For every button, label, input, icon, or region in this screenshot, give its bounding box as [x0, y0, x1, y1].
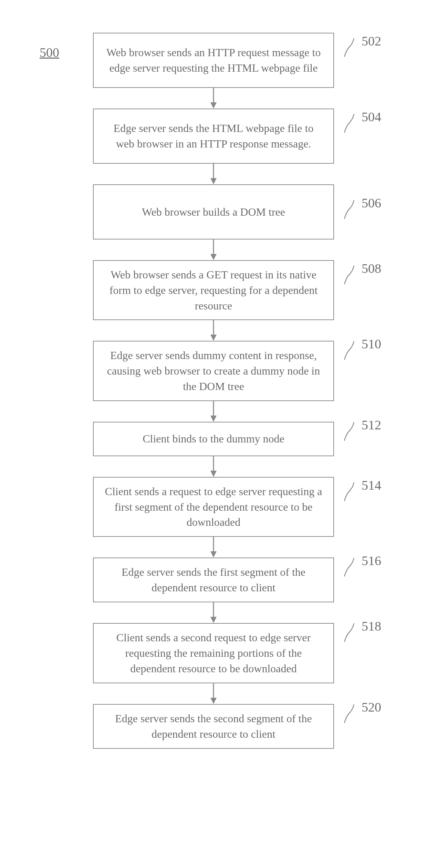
flowchart-step-text: Edge server sends dummy content in respo…	[104, 348, 323, 394]
flowchart-arrow	[93, 602, 334, 623]
step-reference-number: 504	[362, 109, 381, 124]
step-reference-number: 502	[362, 33, 381, 49]
flowchart-step-box: Web browser sends an HTTP request messag…	[93, 33, 334, 88]
flowchart-arrow	[93, 456, 334, 477]
flowchart-step: Edge server sends the first segment of t…	[93, 558, 334, 602]
svg-marker-11	[210, 471, 217, 477]
flowchart-arrow	[93, 683, 334, 704]
flowchart-step-box: Edge server sends the HTML webpage file …	[93, 109, 334, 164]
flowchart-step: Edge server sends the HTML webpage file …	[93, 109, 334, 164]
flowchart-step-text: Edge server sends the second segment of …	[104, 711, 323, 742]
flowchart-step-text: Web browser builds a DOM tree	[142, 204, 285, 220]
flowchart-step-box: Web browser sends a GET request in its n…	[93, 260, 334, 320]
flowchart-arrow	[93, 239, 334, 260]
flowchart-step: Edge server sends the second segment of …	[93, 704, 334, 749]
step-reference-number: 520	[362, 699, 381, 715]
svg-marker-9	[210, 416, 217, 422]
svg-marker-5	[210, 254, 217, 260]
flowchart-step-text: Client sends a request to edge server re…	[104, 484, 323, 530]
flowchart-step-box: Web browser builds a DOM tree	[93, 184, 334, 239]
step-reference-number: 514	[362, 478, 381, 493]
flowchart-step: Client sends a request to edge server re…	[93, 477, 334, 537]
flowchart-step-text: Web browser sends an HTTP request messag…	[104, 45, 323, 76]
figure-number-label: 500	[40, 45, 59, 60]
flowchart-container: Web browser sends an HTTP request messag…	[93, 33, 334, 749]
flowchart-step-text: Edge server sends the first segment of t…	[104, 564, 323, 595]
flowchart-arrow	[93, 164, 334, 184]
flowchart-step-text: Web browser sends a GET request in its n…	[104, 267, 323, 313]
flowchart-arrow	[93, 537, 334, 558]
flowchart-step: Client binds to the dummy node 512	[93, 422, 334, 456]
svg-marker-13	[210, 551, 217, 558]
svg-marker-15	[210, 617, 217, 623]
step-reference-number: 506	[362, 195, 381, 211]
step-reference-number: 512	[362, 417, 381, 432]
flowchart-step: Client sends a second request to edge se…	[93, 623, 334, 683]
flowchart-step-box: Client sends a request to edge server re…	[93, 477, 334, 537]
flowchart-step-text: Edge server sends the HTML webpage file …	[104, 121, 323, 152]
step-reference-number: 510	[362, 336, 381, 351]
flowchart-step-text: Client binds to the dummy node	[143, 431, 284, 447]
flowchart-step-box: Client sends a second request to edge se…	[93, 623, 334, 683]
flowchart-arrow	[93, 401, 334, 422]
flowchart-step-box: Client binds to the dummy node	[93, 422, 334, 456]
step-reference-number: 508	[362, 261, 381, 276]
flowchart-step-box: Edge server sends the first segment of t…	[93, 558, 334, 602]
flowchart-step-box: Edge server sends dummy content in respo…	[93, 341, 334, 401]
step-reference-number: 516	[362, 553, 381, 568]
flowchart-step: Web browser sends a GET request in its n…	[93, 260, 334, 320]
svg-marker-3	[210, 178, 217, 184]
flowchart-step: Web browser builds a DOM tree 506	[93, 184, 334, 239]
flowchart-arrow	[93, 88, 334, 109]
step-reference-number: 518	[362, 619, 381, 634]
flowchart-step: Edge server sends dummy content in respo…	[93, 341, 334, 401]
svg-marker-17	[210, 698, 217, 704]
flowchart-step: Web browser sends an HTTP request messag…	[93, 33, 334, 88]
flowchart-step-text: Client sends a second request to edge se…	[104, 630, 323, 676]
flowchart-step-box: Edge server sends the second segment of …	[93, 704, 334, 749]
svg-marker-1	[210, 102, 217, 109]
flowchart-arrow	[93, 320, 334, 341]
svg-marker-7	[210, 335, 217, 341]
